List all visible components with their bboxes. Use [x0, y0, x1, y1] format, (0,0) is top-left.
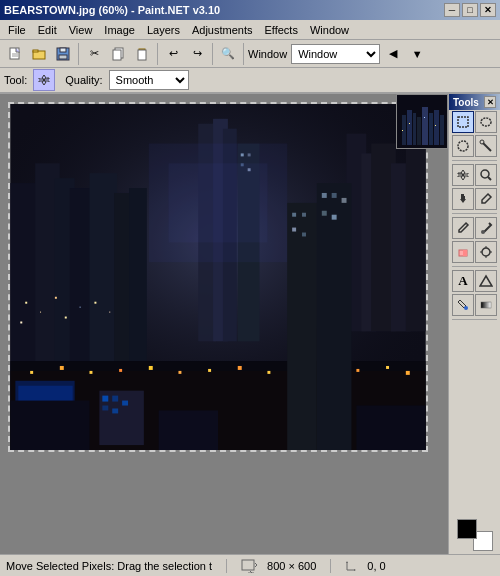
svg-rect-63 [178, 371, 181, 374]
tool-row-1 [449, 110, 500, 134]
svg-rect-15 [407, 110, 412, 145]
menu-image[interactable]: Image [98, 22, 141, 38]
maximize-button[interactable]: □ [462, 3, 478, 17]
svg-rect-62 [149, 366, 153, 370]
quality-label: Quality: [65, 74, 102, 86]
menu-file[interactable]: File [2, 22, 32, 38]
svg-rect-25 [435, 125, 436, 126]
svg-line-104 [488, 177, 491, 180]
thumbnail-preview [396, 94, 448, 149]
tool-row-2 [449, 134, 500, 158]
svg-rect-21 [440, 115, 444, 145]
toolbar-extra-1[interactable]: ◀ [382, 43, 404, 65]
redo-button[interactable]: ↪ [186, 43, 208, 65]
svg-rect-69 [356, 369, 359, 372]
tool-row-5 [449, 216, 500, 240]
svg-rect-70 [386, 366, 389, 369]
svg-rect-91 [332, 215, 337, 220]
svg-point-98 [481, 118, 491, 126]
svg-rect-32 [406, 148, 426, 331]
svg-point-109 [464, 306, 468, 310]
menu-layers[interactable]: Layers [141, 22, 186, 38]
gradient-tool[interactable] [475, 294, 497, 316]
tool-row-6 [449, 240, 500, 264]
svg-rect-55 [80, 307, 81, 308]
svg-rect-94 [356, 406, 425, 450]
lasso-select-tool[interactable] [475, 111, 497, 133]
zoom-tool[interactable] [475, 164, 497, 186]
menu-adjustments[interactable]: Adjustments [186, 22, 259, 38]
svg-rect-96 [169, 163, 268, 242]
pencil-tool[interactable] [452, 217, 474, 239]
svg-rect-6 [60, 48, 66, 52]
tools-panel: Tools ✕ [448, 94, 500, 554]
svg-rect-102 [462, 174, 464, 176]
save-button[interactable] [52, 43, 74, 65]
menu-bar: File Edit View Image Layers Adjustments … [0, 20, 500, 40]
brush-tool[interactable] [475, 217, 497, 239]
svg-point-103 [481, 170, 489, 178]
paste-button[interactable] [131, 43, 153, 65]
toolbar-sep-4 [243, 43, 244, 65]
new-button[interactable] [4, 43, 26, 65]
svg-rect-77 [112, 396, 118, 402]
title-bar-buttons: ─ □ ✕ [444, 3, 496, 17]
tool-sep-2 [452, 213, 497, 214]
zoom-button[interactable]: 🔍 [217, 43, 239, 65]
tool-row-3 [449, 163, 500, 187]
move-tool[interactable] [452, 164, 474, 186]
tool-row-7: A [449, 269, 500, 293]
eraser-tool[interactable] [452, 241, 474, 263]
svg-rect-58 [30, 371, 33, 374]
city-image [10, 104, 426, 450]
main-area: Tools ✕ [0, 94, 500, 554]
svg-rect-82 [292, 213, 296, 217]
status-message: Move Selected Pixels: Drag the selection… [6, 560, 212, 572]
svg-rect-53 [20, 321, 22, 323]
clone-stamp-tool[interactable] [475, 241, 497, 263]
menu-window[interactable]: Window [304, 22, 355, 38]
status-separator [226, 559, 227, 573]
magic-wand-tool[interactable] [475, 135, 497, 157]
cut-button[interactable]: ✂ [83, 43, 105, 65]
toolbar-sep-1 [78, 43, 79, 65]
color-picker-tool[interactable] [475, 188, 497, 210]
open-button[interactable] [28, 43, 50, 65]
color-section [449, 516, 500, 554]
minimize-button[interactable]: ─ [444, 3, 460, 17]
rectangle-select-tool[interactable] [452, 111, 474, 133]
text-tool[interactable]: A [452, 270, 474, 292]
svg-rect-86 [317, 183, 352, 450]
canvas-area[interactable] [0, 94, 448, 554]
menu-edit[interactable]: Edit [32, 22, 63, 38]
menu-effects[interactable]: Effects [259, 22, 304, 38]
svg-rect-107 [463, 250, 467, 256]
svg-rect-56 [94, 302, 96, 304]
close-button[interactable]: ✕ [480, 3, 496, 17]
view-dropdown[interactable]: Window Entire Image Selection [291, 44, 380, 64]
svg-rect-111 [242, 560, 254, 570]
shapes-tool[interactable] [475, 270, 497, 292]
svg-point-105 [481, 230, 485, 234]
title-text: BEARSTOWN.jpg (60%) - Paint.NET v3.10 [4, 4, 220, 16]
tools-close-button[interactable]: ✕ [484, 96, 496, 108]
menu-view[interactable]: View [63, 22, 99, 38]
svg-rect-7 [59, 55, 67, 59]
copy-button[interactable] [107, 43, 129, 65]
title-bar: BEARSTOWN.jpg (60%) - Paint.NET v3.10 ─ … [0, 0, 500, 20]
ellipse-select-tool[interactable] [452, 135, 474, 157]
svg-rect-97 [458, 117, 468, 127]
svg-rect-83 [302, 213, 306, 217]
svg-rect-64 [208, 369, 211, 372]
move-tool-indicator[interactable] [33, 69, 55, 91]
toolbar-extra-2[interactable]: ▼ [406, 43, 428, 65]
pan-tool[interactable] [452, 188, 474, 210]
quality-dropdown[interactable]: Smooth Nearest Neighbor Bilinear [109, 70, 189, 90]
cursor-coordinates: 0, 0 [367, 560, 385, 572]
paint-bucket-tool[interactable] [452, 294, 474, 316]
foreground-color[interactable] [457, 519, 477, 539]
undo-button[interactable]: ↩ [162, 43, 184, 65]
image-container [8, 102, 428, 452]
tool-row-8 [449, 293, 500, 317]
svg-point-99 [458, 141, 468, 151]
